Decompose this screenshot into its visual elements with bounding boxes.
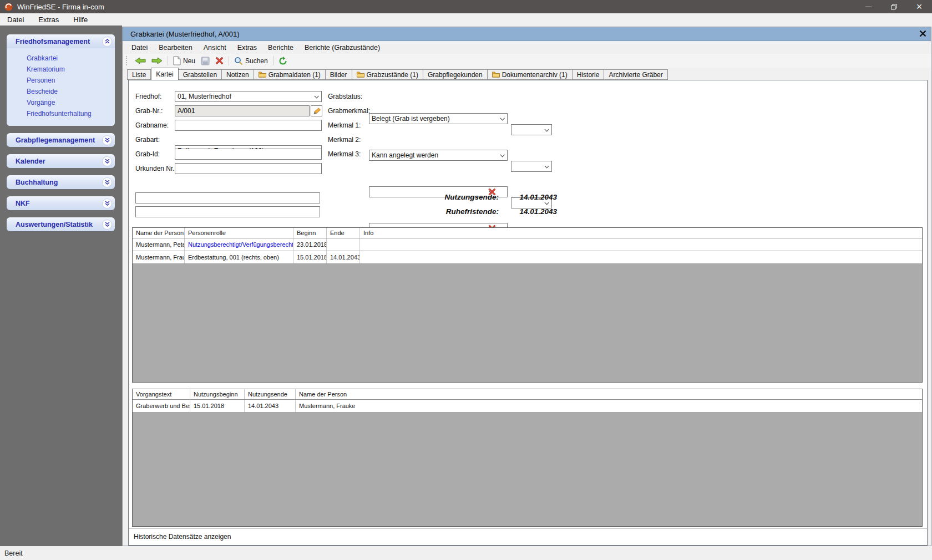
tab-grabzustaende[interactable]: Grabzustände (1) <box>352 69 423 80</box>
sidebar-header-kalender[interactable]: Kalender <box>7 154 115 168</box>
main-menubar: Datei Extras Hilfe <box>0 13 932 26</box>
menu-hilfe[interactable]: Hilfe <box>66 16 95 24</box>
table-row[interactable]: Mustermann, Frauke Erdbestattung, 001 (r… <box>133 251 922 264</box>
child-menu-datei[interactable]: Datei <box>126 44 153 52</box>
grabmerkmal-select[interactable]: Kann angelegt werden <box>369 150 508 161</box>
grabid-input[interactable] <box>175 149 322 160</box>
child-menubar: Datei Bearbeiten Ansicht Extras Berichte… <box>123 41 931 54</box>
sidebar-item-bescheide[interactable]: Bescheide <box>7 86 115 97</box>
new-button[interactable]: Neu <box>171 55 197 67</box>
kartei-tabpage: Friedhof: 01, Musterfriedhof Grab-Nr.: G… <box>128 80 928 546</box>
sidebar-section-auswertungen: Auswertungen/Statistik <box>7 217 115 231</box>
save-icon[interactable] <box>199 55 212 67</box>
historische-datensaetze-toggle[interactable]: Historische Datensätze anzeigen <box>129 528 927 545</box>
chevron-up-icon[interactable] <box>103 37 112 46</box>
grabname-input[interactable] <box>175 120 322 131</box>
grabmerkmal-extra-select[interactable] <box>511 161 552 172</box>
child-menu-ansicht[interactable]: Ansicht <box>198 44 232 52</box>
minimize-icon[interactable] <box>855 0 881 13</box>
chevron-down-icon[interactable] <box>103 136 112 145</box>
tab-notizen[interactable]: Notizen <box>222 69 254 80</box>
combo-arrow-icon <box>544 127 549 131</box>
grabmerkmal-label: Grabmerkmal: <box>328 105 370 116</box>
tab-grabmaldaten[interactable]: Grabmaldaten (1) <box>254 69 326 80</box>
child-menu-berichte-grabzustaende[interactable]: Berichte (Grabzustände) <box>299 44 386 52</box>
window-title: WinFriedSE - Firma in-com <box>17 3 104 11</box>
sidebar-item-krematorium[interactable]: Krematorium <box>7 64 115 75</box>
table-row[interactable]: Graberwerb und Bestattung 15.01.2018 14.… <box>133 400 922 413</box>
mdi-workspace: Grabkartei (Musterfriedhof, A/001) Datei… <box>122 26 932 546</box>
tab-bilder[interactable]: Bilder <box>326 69 352 80</box>
refresh-icon[interactable] <box>276 55 290 67</box>
tab-grabstellen[interactable]: Grabstellen <box>179 69 222 80</box>
sidebar-header-nkf[interactable]: NKF <box>7 196 115 210</box>
tab-historie[interactable]: Historie <box>573 69 605 80</box>
sidebar: Friedhofsmanagement Grabkartei Krematori… <box>0 26 122 546</box>
child-window-title: Grabkartei (Musterfriedhof, A/001) <box>130 30 240 38</box>
tab-liste[interactable]: Liste <box>127 69 151 80</box>
nutzungsende-label: Nutzungsende: <box>404 193 499 201</box>
sidebar-section-kalender: Kalender <box>7 154 115 168</box>
table-row[interactable]: Mustermann, Peter Nutzungsberechtigt/Ver… <box>133 238 922 251</box>
folder-icon <box>357 72 364 78</box>
sidebar-section-grabpflegemanagement: Grabpflegemanagement <box>7 133 115 147</box>
folder-icon <box>492 72 500 78</box>
combo-arrow-icon <box>314 94 318 98</box>
menu-datei[interactable]: Datei <box>0 16 31 24</box>
grabnr-input[interactable] <box>175 105 310 116</box>
grabstatus-extra-select[interactable] <box>511 124 552 135</box>
sidebar-header-buchhaltung[interactable]: Buchhaltung <box>7 175 115 189</box>
tab-archivierte-graeber[interactable]: Archivierte Gräber <box>604 69 667 80</box>
merkmal3-label: Merkmal 3: <box>328 149 361 160</box>
sidebar-item-vorgaenge[interactable]: Vorgänge <box>7 97 115 108</box>
friedhof-select[interactable]: 01, Musterfriedhof <box>175 91 322 102</box>
tabstrip: Liste Kartei Grabstellen Notizen Grabmal… <box>127 68 928 80</box>
toolbar-grip[interactable] <box>126 56 128 65</box>
new-document-icon <box>173 56 181 65</box>
statusbar: Bereit <box>0 546 932 560</box>
menu-extras[interactable]: Extras <box>31 16 66 24</box>
chevron-down-icon[interactable] <box>103 157 112 166</box>
sidebar-item-friedhofsunterhaltung[interactable]: Friedhofsunterhaltung <box>7 108 115 119</box>
back-arrow-icon[interactable] <box>133 56 148 65</box>
forward-arrow-icon[interactable] <box>149 56 165 65</box>
child-menu-berichte[interactable]: Berichte <box>262 44 299 52</box>
child-menu-bearbeiten[interactable]: Bearbeiten <box>153 44 197 52</box>
chevron-down-icon[interactable] <box>103 199 112 208</box>
sidebar-header-grabpflegemanagement[interactable]: Grabpflegemanagement <box>7 133 115 147</box>
grabnr-label: Grab-Nr.: <box>135 105 163 116</box>
urkunden-input[interactable] <box>175 163 322 174</box>
edit-pencil-icon[interactable] <box>311 105 322 116</box>
tab-grabpflegekunden[interactable]: Grabpflegekunden <box>423 69 488 80</box>
merkmal1-label: Merkmal 1: <box>328 120 361 131</box>
chevron-down-icon[interactable] <box>103 220 112 229</box>
sidebar-item-grabkartei[interactable]: Grabkartei <box>7 53 115 64</box>
extra-input-1[interactable] <box>135 192 320 203</box>
grabstatus-select[interactable]: Belegt (Grab ist vergeben) <box>369 113 508 124</box>
close-icon[interactable]: × <box>906 0 932 13</box>
child-menu-extras[interactable]: Extras <box>232 44 262 52</box>
sidebar-header-auswertungen[interactable]: Auswertungen/Statistik <box>7 217 115 231</box>
nutzungsende-value: 14.01.2043 <box>496 193 557 201</box>
app-logo-icon <box>4 3 13 11</box>
sidebar-item-personen[interactable]: Personen <box>7 75 115 86</box>
titlebar: WinFriedSE - Firma in-com × <box>0 0 932 13</box>
grabstatus-label: Grabstatus: <box>328 91 362 102</box>
search-button[interactable]: Suchen <box>232 55 270 67</box>
delete-icon[interactable] <box>213 55 226 66</box>
combo-arrow-icon <box>500 152 504 157</box>
sidebar-header-friedhofsmanagement[interactable]: Friedhofsmanagement <box>7 34 115 48</box>
search-icon <box>234 57 243 65</box>
grabkartei-window: Grabkartei (Musterfriedhof, A/001) Datei… <box>122 27 931 546</box>
child-close-icon[interactable] <box>919 30 926 39</box>
combo-arrow-icon <box>544 164 549 168</box>
tab-dokumentenarchiv[interactable]: Dokumentenarchiv (1) <box>488 69 573 80</box>
grabname-label: Grabname: <box>135 120 169 131</box>
restore-icon[interactable] <box>881 0 906 13</box>
vorgang-table: Vorgangstext Nutzungsbeginn Nutzungsende… <box>132 389 923 527</box>
ruhefristende-value: 14.01.2043 <box>496 207 557 216</box>
extra-input-2[interactable] <box>135 206 320 217</box>
chevron-down-icon[interactable] <box>103 178 112 187</box>
tab-kartei[interactable]: Kartei <box>151 68 178 80</box>
status-text: Bereit <box>4 549 23 557</box>
